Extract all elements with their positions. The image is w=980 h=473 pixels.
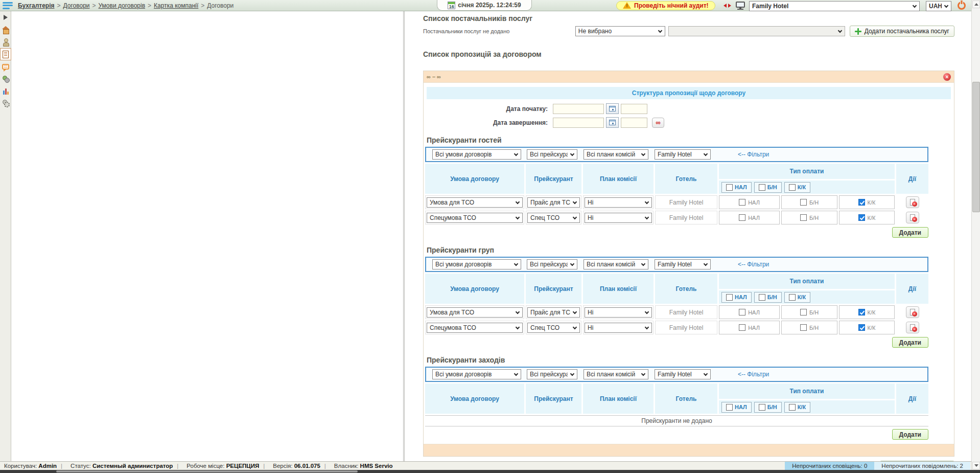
checkbox[interactable] [759,404,765,411]
row-pricelist-select[interactable]: Прайс для ТСО [526,195,581,209]
row-payment-cash[interactable]: НАЛ [719,305,780,319]
date-start-input[interactable] [553,104,604,114]
sidebar-expand-button[interactable] [0,11,11,24]
row-commission-select[interactable]: Ні [583,211,654,224]
payment-bank-filter[interactable]: Б/Н [754,182,782,193]
checkbox[interactable] [739,199,745,206]
row-payment-card[interactable]: К/К [839,305,895,319]
delete-row-button[interactable] [906,306,919,318]
filter-hotel-select[interactable]: Family Hotel [655,369,711,379]
checkbox[interactable] [800,199,807,206]
checkbox[interactable] [739,309,745,316]
row-payment-bank[interactable]: Б/Н [781,195,837,209]
infinity-button[interactable]: ∞ [652,118,664,128]
sidebar-item-contracts-active[interactable] [0,48,11,60]
filter-pricelists-select[interactable]: Всі прейскуранти [527,149,577,160]
hotel-select[interactable]: Family Hotel [749,1,920,11]
sidebar-item-guests[interactable] [0,36,11,48]
delete-row-button[interactable] [906,322,919,333]
supplier-type-select[interactable]: Не вибрано [575,26,665,36]
row-payment-bank[interactable]: Б/Н [781,321,837,334]
row-condition-select[interactable]: Умова для ТСО [425,305,524,319]
payment-card-filter[interactable]: К/К [784,402,810,413]
power-icon[interactable] [958,2,966,10]
filter-pricelists-select[interactable]: Всі прейскуранти [527,369,577,379]
checkbox[interactable] [739,324,745,331]
checkbox[interactable] [759,294,765,301]
checkbox[interactable] [858,324,865,331]
row-pricelist-select[interactable]: Прайс для ТСО [526,305,581,319]
filter-pricelists-select[interactable]: Всі прейскуранти [527,259,577,269]
row-payment-bank[interactable]: Б/Н [781,211,837,224]
filter-conditions-select[interactable]: Всі умови договорів [432,259,521,269]
menu-icon[interactable] [3,2,13,9]
scrollbar-thumb[interactable] [56,470,358,472]
scroll-up-arrow[interactable] [972,1,980,8]
filter-commissions-select[interactable]: Всі плани комісій [584,149,648,160]
checkbox[interactable] [800,214,807,221]
breadcrumb-contracts[interactable]: Договори [63,2,90,9]
row-payment-cash[interactable]: НАЛ [719,321,780,334]
payment-bank-filter[interactable]: Б/Н [754,292,782,303]
date-end-input[interactable] [553,118,604,128]
payment-cash-filter[interactable]: НАЛ [721,182,752,193]
checkbox[interactable] [800,324,807,331]
sidebar-item-admin[interactable] [0,97,11,109]
row-payment-card[interactable]: К/К [839,321,895,334]
groups-add-button[interactable]: Додати [892,337,928,348]
scroll-down-arrow[interactable] [972,462,980,469]
checkbox[interactable] [726,294,733,301]
sidebar-item-reports[interactable] [0,85,11,97]
checkbox[interactable] [858,214,865,221]
checkbox[interactable] [800,309,807,316]
date-start-time-input[interactable] [621,104,647,114]
breadcrumb-company-card[interactable]: Картка компанії [154,2,198,9]
checkbox[interactable] [789,294,796,301]
payment-cash-filter[interactable]: НАЛ [721,292,752,303]
checkbox[interactable] [858,309,865,316]
payment-cash-filter[interactable]: НАЛ [721,402,752,413]
sidebar-item-messages[interactable] [0,60,11,73]
unread-messages-badge[interactable]: Непрочитаних повідомлень: 2 [874,462,970,470]
checkbox[interactable] [726,404,733,411]
row-condition-select[interactable]: Спецумова ТСО [425,211,524,224]
payment-card-filter[interactable]: К/К [784,182,810,193]
guests-add-button[interactable]: Додати [892,227,928,238]
breadcrumb-accounting[interactable]: Бухгалтерія [18,2,54,9]
vertical-scrollbar[interactable] [971,0,980,470]
workstation-icon[interactable] [736,2,745,8]
checkbox[interactable] [858,199,865,206]
filter-commissions-select[interactable]: Всі плани комісій [584,369,648,379]
close-icon[interactable] [943,73,951,81]
checkbox[interactable] [739,214,745,221]
filter-hotel-select[interactable]: Family Hotel [655,149,711,160]
sidebar-item-users[interactable] [0,73,11,85]
filters-link[interactable]: <-- Фільтри [738,261,769,268]
filter-conditions-select[interactable]: Всі умови договорів [432,369,521,379]
collapse-arrows-icon[interactable] [724,4,731,8]
checkbox[interactable] [759,184,765,191]
row-payment-card[interactable]: К/К [839,195,895,209]
row-commission-select[interactable]: Ні [583,195,654,209]
filters-link[interactable]: <-- Фільтри [738,151,769,158]
filters-link[interactable]: <-- Фільтри [738,371,769,378]
checkbox[interactable] [789,404,796,411]
row-commission-select[interactable]: Ні [583,321,654,334]
row-condition-select[interactable]: Умова для ТСО [425,195,524,209]
payment-bank-filter[interactable]: Б/Н [754,402,782,413]
row-payment-cash[interactable]: НАЛ [719,195,780,209]
row-pricelist-select[interactable]: Спец ТСО [526,211,581,224]
row-pricelist-select[interactable]: Спец ТСО [526,321,581,334]
sidebar-item-home[interactable] [0,24,11,36]
scrollbar-thumb[interactable] [972,82,980,212]
night-audit-warning[interactable]: Проведіть нічний аудит! [616,1,715,10]
row-payment-bank[interactable]: Б/Н [781,305,837,319]
unread-notifications-badge[interactable]: Непрочитаних сповіщень: 0 [785,462,874,470]
row-condition-select[interactable]: Спецумова ТСО [425,321,524,334]
row-commission-select[interactable]: Ні [583,305,654,319]
filter-conditions-select[interactable]: Всі умови договорів [432,149,521,160]
filter-commissions-select[interactable]: Всі плани комісій [584,259,648,269]
delete-row-button[interactable] [906,212,919,223]
calendar-picker-button[interactable] [606,117,619,128]
payment-card-filter[interactable]: К/К [784,292,810,303]
